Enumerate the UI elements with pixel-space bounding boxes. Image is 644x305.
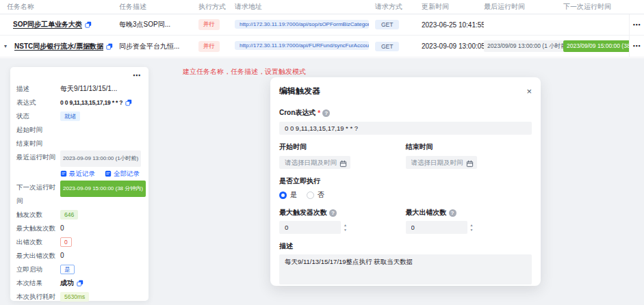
col-task-name: 任务名称 <box>0 2 119 12</box>
max-error-group: 最大出错次数 ? ▲ ▼ <box>406 208 532 234</box>
modal-title: 编辑触发器 <box>279 85 320 97</box>
recent-records-link[interactable]: 最近记录 <box>60 168 95 180</box>
task-name-link[interactable]: SOP同步工单业务大类 <box>13 20 82 29</box>
table-row: ▾ NSTC同步银行流水/票据数据 同步资金平台九恒... 并行 http://… <box>0 36 644 57</box>
last-result-value: 成功 <box>60 276 74 290</box>
copy-icon[interactable] <box>106 43 113 50</box>
request-url-link[interactable]: http://172.30.11.19:7000/api/FURFund/syn… <box>235 41 369 50</box>
copy-icon[interactable] <box>85 21 92 28</box>
step-up-icon[interactable]: ▲ <box>344 223 347 227</box>
col-request-url: 请求地址 <box>235 2 375 12</box>
question-circle-icon[interactable]: ? <box>329 209 337 217</box>
last-run-badge: 2023/09/09 13:00:00 (1 小时前) <box>484 40 563 52</box>
next-run-badge: 2023/09/09 15:00:00 (38 分钟内) <box>563 40 629 52</box>
cron-field-group: Cron表达式 * ? <box>279 108 532 135</box>
record-icon <box>105 170 112 177</box>
max-trigger-label: 最大触发器次数 <box>279 208 327 217</box>
start-time-group: 开始时间 <box>279 142 406 169</box>
field-label: 本次执行耗时 <box>16 290 60 304</box>
col-task-desc: 任务描述 <box>119 2 198 12</box>
cron-label: Cron表达式 <box>279 108 315 118</box>
updated-time: 2023-09-09 13:00:05 <box>422 42 484 50</box>
detail-row-trigger-count: 触发次数 646 <box>16 208 143 222</box>
immediate-exec-group: 是否立即执行 是 否 <box>279 176 532 200</box>
record-icon <box>60 170 67 177</box>
description-label: 描述 <box>279 241 293 251</box>
updated-time: 2023-06-25 10:41:55 <box>422 21 484 29</box>
copy-icon[interactable] <box>125 99 132 106</box>
end-time-group: 结束时间 <box>406 142 532 169</box>
calendar-icon[interactable] <box>339 158 347 170</box>
question-circle-icon[interactable]: ? <box>322 109 330 117</box>
step-down-icon[interactable]: ▼ <box>344 228 347 232</box>
cron-expression-value: 0 0 9,11,13,15,17,19 * * ? <box>60 96 123 109</box>
detail-row-expression: 表达式 0 0 9,11,13,15,17,19 * * ? <box>16 96 143 109</box>
duration-badge: 5630ms <box>60 292 89 302</box>
field-label: 描述 <box>16 82 60 96</box>
field-label: 起始时间 <box>16 123 60 137</box>
row-more-icon[interactable]: ⋯ <box>633 21 641 29</box>
request-url-link[interactable]: http://172.30.11.19:7000/api/sop/sOPForm… <box>235 20 369 29</box>
question-circle-icon[interactable]: ? <box>449 209 456 217</box>
cron-expression-input[interactable] <box>279 122 532 135</box>
annotation-text: 建立任务名称，任务描述，设置触发模式 <box>183 67 306 77</box>
field-value: 0 <box>60 249 64 263</box>
request-method-tag: GET <box>375 42 399 51</box>
detail-row-immediate-start: 立即启动 是 <box>16 263 143 276</box>
trigger-count-badge: 646 <box>60 210 78 220</box>
col-updated-time: 更新时间 <box>422 2 484 12</box>
trigger-detail-card: ⋯ 描述 每天9/11/13/15/1... 表达式 0 0 9,11,13,1… <box>10 67 149 301</box>
task-desc: 每晚3点SOP同... <box>119 20 198 29</box>
number-stepper[interactable]: ▲ ▼ <box>470 223 474 232</box>
field-label: 最大触发次数 <box>16 222 60 235</box>
close-icon[interactable]: × <box>526 87 532 96</box>
field-value: 0 <box>60 222 64 235</box>
task-name-link[interactable]: NSTC同步银行流水/票据数据 <box>14 42 103 51</box>
error-count-badge: 0 <box>60 237 72 247</box>
max-trigger-input[interactable] <box>279 221 341 234</box>
field-label: 出错次数 <box>16 235 60 249</box>
field-label: 状态 <box>16 109 60 123</box>
detail-row-description: 描述 每天9/11/13/15/1... <box>16 82 143 96</box>
description-group: 描述 每天9/11/13/15/17/19整点执行 获取当天数据 <box>279 241 532 286</box>
radio-no[interactable]: 否 <box>307 190 324 200</box>
detail-row-max-error: 最大出错次数 0 <box>16 249 143 263</box>
all-records-link[interactable]: 全部记录 <box>105 168 140 180</box>
detail-row-end-time: 结束时间 <box>16 137 143 150</box>
step-up-icon[interactable]: ▲ <box>470 223 474 227</box>
row-more-icon[interactable]: ⋯ <box>633 42 641 51</box>
field-label: 立即启动 <box>16 263 60 276</box>
table-row: SOP同步工单业务大类 每晚3点SOP同... 并行 http://172.30… <box>0 14 644 36</box>
detail-row-max-trigger: 最大触发次数 0 <box>16 222 143 235</box>
detail-row-status: 状态 就绪 <box>16 109 143 123</box>
caret-down-icon[interactable]: ▾ <box>4 43 12 49</box>
immediate-exec-label: 是否立即执行 <box>279 176 320 186</box>
detail-row-duration: 本次执行耗时 5630ms <box>16 290 143 304</box>
radio-yes[interactable]: 是 <box>279 190 297 200</box>
description-textarea[interactable]: 每天9/11/13/15/17/19整点执行 获取当天数据 <box>279 254 532 284</box>
required-asterisk: * <box>318 109 320 117</box>
field-label: 表达式 <box>16 96 60 109</box>
next-run-badge: 2023-09-09 15:00:00 (38 分钟内) <box>60 181 146 197</box>
end-time-label: 结束时间 <box>406 142 433 152</box>
card-more-icon[interactable]: ⋯ <box>133 71 141 79</box>
copy-icon[interactable] <box>77 280 83 287</box>
task-desc: 同步资金平台九恒... <box>119 42 198 51</box>
number-stepper[interactable]: ▲ ▼ <box>344 223 347 232</box>
field-value: 每天9/11/13/15/1... <box>60 82 117 96</box>
step-down-icon[interactable]: ▼ <box>470 228 474 232</box>
radio-unselected-icon <box>307 191 314 199</box>
detail-row-next-run: 下一次运行时间 2023-09-09 15:00:00 (38 分钟内) <box>16 181 143 208</box>
detail-row-last-run: 最近运行时间 2023-09-09 13:00:00 (1小时前) <box>16 150 143 167</box>
col-last-run-time: 最后运行时间 <box>484 2 563 12</box>
detail-row-record-links: 最近记录 全部记录 <box>16 167 143 181</box>
table-header: 任务名称 任务描述 执行方式 请求地址 请求方式 更新时间 最后运行时间 下一次… <box>0 0 644 14</box>
field-label: 最大出错次数 <box>16 249 60 263</box>
field-label: 本次结果 <box>16 276 60 290</box>
immediate-start-badge: 是 <box>60 265 75 274</box>
exec-mode-tag: 并行 <box>198 19 220 30</box>
max-error-input[interactable] <box>406 221 467 234</box>
calendar-icon[interactable] <box>466 158 474 170</box>
max-trigger-group: 最大触发器次数 ? ▲ ▼ <box>279 208 406 234</box>
start-time-label: 开始时间 <box>279 142 307 152</box>
